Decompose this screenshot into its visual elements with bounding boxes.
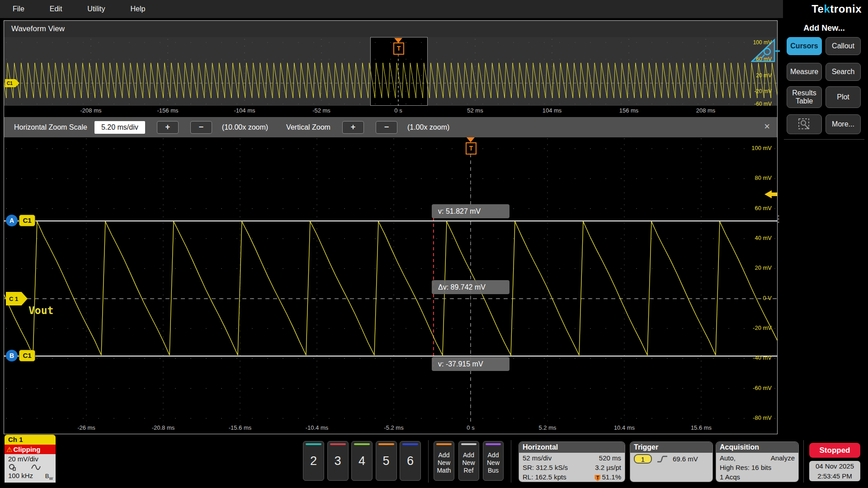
overview-trigger-t-icon[interactable]: T <box>393 42 404 55</box>
main-trigger-triangle-icon[interactable] <box>467 137 475 142</box>
add-button-label: AddNewBus <box>483 451 503 474</box>
horizontal-zoom-minus-button[interactable]: − <box>190 121 212 134</box>
cursor-b-readout[interactable]: v: -37.915 mV <box>432 357 509 371</box>
overview-time-label: 0 s <box>394 107 402 114</box>
trigger-position-icon: T <box>594 475 600 481</box>
main-time-label: -5.2 ms <box>384 424 403 431</box>
horizontal-panel[interactable]: Horizontal 52 ms/div520 ms SR: 312.5 kS/… <box>519 441 625 482</box>
main-waveform-plot[interactable]: T v: 51.827 mV Δv: 89.742 mV v: -37.915 … <box>4 137 777 422</box>
horizontal-window: 520 ms <box>599 453 621 463</box>
more-button[interactable]: More... <box>826 114 861 134</box>
vertical-zoom-minus-button[interactable]: − <box>376 121 397 134</box>
main-trigger-t-icon[interactable]: T <box>466 142 476 155</box>
cursor-a-tag[interactable]: A C1 <box>6 215 35 226</box>
waveform-label: Vout <box>28 305 53 316</box>
panel-title: Waveform View <box>4 21 777 37</box>
overview-time-label: 208 ms <box>696 107 716 114</box>
menu-file[interactable]: File <box>13 5 24 13</box>
main-plot-svg <box>4 137 777 422</box>
channel-6-button[interactable]: 6 <box>400 441 421 481</box>
add-new-ref-button[interactable]: AddNewRef <box>458 441 479 481</box>
trigger-position: T51.1% <box>594 472 621 482</box>
waveform-view-panel: Waveform View T C1 -208 ms-156 ms-104 ms… <box>4 20 778 434</box>
sidebar-button-results-table[interactable]: Results Table <box>787 86 822 108</box>
cursor-a-letter: A <box>6 215 18 226</box>
trigger-panel[interactable]: Trigger 1 69.6 mV <box>630 441 713 482</box>
acquisition-panel[interactable]: Acquisition Auto,Analyze High Res: 16 bi… <box>716 441 799 482</box>
channel-1-details: 20 mV/div 100 kHz BW <box>5 454 56 483</box>
main-volt-label: 60 mV <box>755 205 772 211</box>
cursor-a-channel: C1 <box>19 215 35 226</box>
overview-svg <box>4 37 777 117</box>
channel-5-button[interactable]: 5 <box>376 441 397 481</box>
datetime-display: 04 Nov 2025 2:53:45 PM <box>809 461 860 481</box>
record-length: RL: 162.5 kpts <box>523 472 566 482</box>
channel-1-bandwidth: 100 kHz <box>8 472 33 479</box>
overview-time-label: -104 ms <box>234 107 255 114</box>
channel-4-button[interactable]: 4 <box>351 441 373 481</box>
menu-utility[interactable]: Utility <box>87 5 105 13</box>
main-volt-label: 20 mV <box>755 264 772 271</box>
channel-color-stripe <box>306 443 321 445</box>
sidebar-button-callout[interactable]: Callout <box>826 37 861 55</box>
cursor-delta-readout[interactable]: Δv: 89.742 mV <box>432 280 509 294</box>
vertical-zoom-plus-button[interactable]: + <box>342 121 364 134</box>
cursor-b-tag[interactable]: B C1 <box>6 350 35 361</box>
sine-coupling-icon <box>31 463 41 471</box>
channel-color-stripe <box>402 443 418 445</box>
horizontal-zoom-scale-value[interactable]: 5.20 ms/div <box>94 121 145 134</box>
main-volt-label: -20 mV <box>753 324 772 331</box>
cursor-a-readout[interactable]: v: 51.827 mV <box>432 204 509 218</box>
close-zoom-icon[interactable]: × <box>764 121 770 132</box>
main-volt-label: 0 V <box>763 295 772 301</box>
add-new-bus-button[interactable]: AddNewBus <box>483 441 504 481</box>
cursor-b-letter: B <box>6 350 18 361</box>
sidebar-button-measure[interactable]: Measure <box>787 63 822 81</box>
channel-number: 4 <box>352 454 372 468</box>
main-time-label: 0 s <box>467 424 474 431</box>
menu-edit[interactable]: Edit <box>50 5 62 13</box>
vertical-zoom-factor: (1.00x zoom) <box>407 123 449 131</box>
channel-1-name[interactable]: Ch 1 <box>5 435 56 445</box>
warning-icon: ⚠ <box>6 446 12 453</box>
overview-time-label: 104 ms <box>542 107 562 114</box>
zoom-select-icon <box>797 117 811 131</box>
channel-2-button[interactable]: 2 <box>303 441 324 481</box>
date: 04 Nov 2025 <box>809 461 860 471</box>
sidebar-button-search[interactable]: Search <box>826 63 861 81</box>
main-time-axis: -26 ms-20.8 ms-15.6 ms-10.4 ms-5.2 ms0 s… <box>4 422 777 434</box>
menu-help[interactable]: Help <box>130 5 145 13</box>
trigger-level: 69.6 mV <box>673 455 698 463</box>
main-volt-label: 80 mV <box>755 174 772 181</box>
trigger-level-arrow-icon[interactable] <box>764 190 772 198</box>
channel-color-stripe <box>354 443 370 445</box>
horizontal-zoom-plus-button[interactable]: + <box>157 121 179 134</box>
sidebar-button-cursors[interactable]: Cursors <box>787 37 822 55</box>
add-new-math-button[interactable]: AddNewMath <box>434 441 454 481</box>
add-button-label: AddNewMath <box>434 451 454 474</box>
zoom-select-icon-button[interactable] <box>787 114 822 134</box>
sample-interval: 3.2 µs/pt <box>595 463 621 472</box>
overview-volt-label: 100 mV <box>745 39 772 46</box>
channel-3-button[interactable]: 3 <box>327 441 349 481</box>
waveform-overview[interactable]: T C1 -208 ms-156 ms-104 ms-52 ms0 s52 ms… <box>4 37 777 117</box>
panel-drag-handle-icon[interactable]: ⋮ <box>774 216 783 221</box>
channel-number: 6 <box>400 454 420 468</box>
overview-time-label: -208 ms <box>80 107 102 114</box>
horizontal-zoom-factor: (10.00x zoom) <box>222 123 268 131</box>
channel-color-stripe <box>378 443 394 445</box>
channel-1-badge[interactable]: Ch 1 ⚠Clipping 20 mV/div 100 kHz BW <box>5 435 56 483</box>
run-stop-status-button[interactable]: Stopped <box>809 443 860 458</box>
clipping-warning: ⚠Clipping <box>5 445 56 454</box>
main-time-label: -10.4 ms <box>306 424 329 431</box>
main-time-label: -15.6 ms <box>229 424 252 431</box>
main-volt-label: -40 mV <box>753 354 772 361</box>
main-time-label: 15.6 ms <box>691 424 712 431</box>
horizontal-scale: 52 ms/div <box>523 453 552 463</box>
main-time-label: -20.8 ms <box>152 424 175 431</box>
rising-edge-icon <box>656 455 668 464</box>
acquisition-mode: Auto, <box>720 453 736 463</box>
bottom-bar-divider <box>428 440 429 483</box>
bandwidth-limit-icon: BW <box>45 473 53 481</box>
sidebar-button-plot[interactable]: Plot <box>826 86 861 108</box>
